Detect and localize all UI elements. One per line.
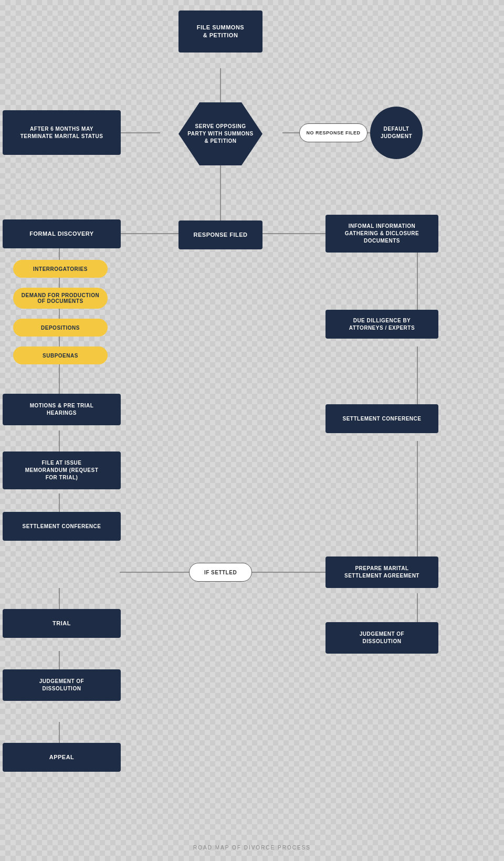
due-diligence-node: DUE DILLIGENCE BY ATTORNEYS / EXPERTS xyxy=(326,310,438,339)
interrogatories-node: INTERROGATORIES xyxy=(13,260,108,278)
settlement-conf-right-node: SETTLEMENT CONFERENCE xyxy=(326,404,438,433)
demand-production-node: DEMAND FOR PRODUCTION OF DOCUMENTS xyxy=(13,288,108,309)
no-response-node: NO RESPONSE FILED xyxy=(299,123,368,142)
motions-pretrial-node: MOTIONS & PRE TRIAL HEARINGS xyxy=(3,394,121,425)
formal-discovery-node: FORMAL DISCOVERY xyxy=(3,219,121,248)
trial-node: TRIAL xyxy=(3,609,121,638)
informal-info-node: INFOMAL INFORMATION GATHERING & DICLOSUR… xyxy=(326,215,438,253)
file-summons-node: FILE SUMMONS & PETITION xyxy=(178,10,262,52)
judgement-dissolution-left-node: JUDGEMENT OF DISSOLUTION xyxy=(3,669,121,701)
settlement-conf-left-node: SETTLEMENT CONFERENCE xyxy=(3,512,121,541)
flowchart: FILE SUMMONS & PETITION SERVE OPPOSING P… xyxy=(0,0,504,861)
prepare-marital-node: PREPARE MARITAL SETTLEMENT AGREEMENT xyxy=(326,556,438,588)
if-settled-node: IF SETTLED xyxy=(189,563,252,582)
appeal-node: APPEAL xyxy=(3,743,121,772)
footer-title: ROAD MAP OF DIVORCE PROCESS xyxy=(193,845,311,850)
serve-opposing-node: SERVE OPPOSING PARTY WITH SUMMONS & PETI… xyxy=(178,102,262,165)
depositions-node: DEPOSITIONS xyxy=(13,319,108,337)
after-months-node: AFTER 6 MONTHS MAY TERMINATE MARITAL STA… xyxy=(3,110,121,155)
default-judgment-node: DEFAULT JUDGMENT xyxy=(370,107,423,159)
response-filed-node: RESPONSE FILED xyxy=(178,220,262,249)
subpoenas-node: SUBPOENAS xyxy=(13,346,108,364)
file-issue-node: FILE AT ISSUE MEMORANDUM (REQUEST FOR TR… xyxy=(3,452,121,489)
judgement-dissolution-right-node: JUDGEMENT OF DISSOLUTION xyxy=(326,622,438,654)
